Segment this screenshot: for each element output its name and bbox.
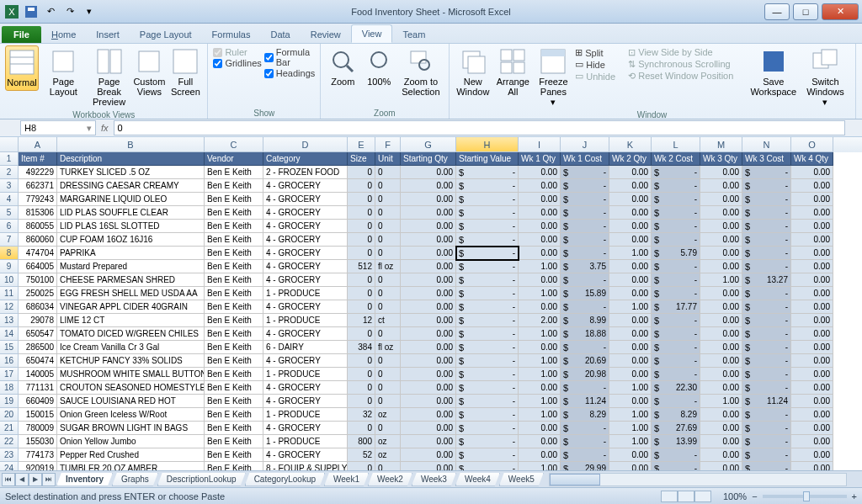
cell-E12[interactable]: 0 — [348, 300, 375, 314]
sheet-tab-week2[interactable]: Week2 — [368, 473, 412, 486]
cell-F20[interactable]: oz — [375, 408, 401, 422]
cell-L12[interactable]: $ 17.77 — [652, 300, 700, 314]
cell-A13[interactable]: 29078 — [19, 314, 57, 327]
page-break-view-icon[interactable] — [694, 491, 711, 502]
cell-K20[interactable]: 1.00 — [609, 408, 652, 422]
zoom-percent[interactable]: 100% — [723, 491, 747, 501]
cell-O17[interactable]: 0.00 — [791, 368, 833, 381]
minimize-button[interactable]: — — [764, 3, 790, 20]
cell-N12[interactable]: $ - — [742, 300, 791, 314]
cell-G11[interactable]: 0.00 — [401, 287, 456, 300]
cell-J3[interactable]: $ - — [561, 179, 609, 193]
tab-review[interactable]: Review — [301, 26, 351, 43]
cell-K5[interactable]: 0.00 — [609, 206, 652, 220]
cell-L6[interactable]: $ - — [652, 220, 700, 233]
row-header-1[interactable]: 1 — [0, 152, 19, 166]
cell-J17[interactable]: $ 20.98 — [561, 368, 609, 381]
cell-K2[interactable]: 0.00 — [609, 166, 652, 179]
cell-N16[interactable]: $ - — [742, 354, 791, 368]
row-header-6[interactable]: 6 — [0, 220, 19, 233]
cell-C23[interactable]: Ben E Keith — [205, 448, 263, 462]
tab-page-layout[interactable]: Page Layout — [130, 26, 202, 43]
cell-A8[interactable]: 474704 — [19, 247, 57, 260]
first-sheet-button[interactable]: ⏮ — [2, 473, 15, 486]
col-header-D[interactable]: D — [263, 137, 348, 152]
cell-L17[interactable]: $ - — [652, 368, 700, 381]
cell-M18[interactable]: 0.00 — [700, 381, 742, 395]
col-header-F[interactable]: F — [375, 137, 401, 152]
cell-F12[interactable]: 0 — [375, 300, 401, 314]
cell-L13[interactable]: $ - — [652, 314, 700, 327]
full-screen-button[interactable]: FullScreen — [168, 45, 202, 99]
cell-I17[interactable]: 1.00 — [519, 368, 561, 381]
col-header-J[interactable]: J — [561, 137, 609, 152]
cell-C21[interactable]: Ben E Keith — [205, 422, 263, 435]
cell-A20[interactable]: 150015 — [19, 408, 57, 422]
cell-H18[interactable]: $ - — [456, 381, 519, 395]
cell-B9[interactable]: Mustard Prepared — [57, 260, 205, 273]
cell-F15[interactable]: fl oz — [375, 341, 401, 354]
cell-G5[interactable]: 0.00 — [401, 206, 456, 220]
cell-A17[interactable]: 140005 — [19, 368, 57, 381]
cell-B15[interactable]: Ice Cream Vanilla Cr 3 Gal — [57, 341, 205, 354]
worksheet[interactable]: ABCDEFGHIJKLMNO 1Item #DescriptionVendor… — [0, 137, 862, 472]
cell-C9[interactable]: Ben E Keith — [205, 260, 263, 273]
cell-K15[interactable]: 0.00 — [609, 341, 652, 354]
cell-B5[interactable]: LID PLAS SOUFFLE CLEAR — [57, 206, 205, 220]
cell-F8[interactable]: 0 — [375, 247, 401, 260]
gridlines-checkbox[interactable]: Gridlines — [213, 58, 261, 68]
cell-N7[interactable]: $ - — [742, 233, 791, 247]
cell-E19[interactable]: 0 — [348, 395, 375, 408]
cell-D11[interactable]: 1 - PRODUCE — [263, 287, 348, 300]
cell-D3[interactable]: 4 - GROCERY — [263, 179, 348, 193]
cell-H19[interactable]: $ - — [456, 395, 519, 408]
cell-I20[interactable]: 1.00 — [519, 408, 561, 422]
horizontal-scrollbar[interactable] — [549, 473, 847, 486]
cell-G19[interactable]: 0.00 — [401, 395, 456, 408]
cell-M11[interactable]: 0.00 — [700, 287, 742, 300]
cell-H23[interactable]: $ - — [456, 448, 519, 462]
cell-N8[interactable]: $ - — [742, 247, 791, 260]
cell-D10[interactable]: 4 - GROCERY — [263, 273, 348, 287]
page-layout-view-icon[interactable] — [678, 491, 694, 502]
cell-C14[interactable]: Ben E Keith — [205, 327, 263, 341]
row-header-21[interactable]: 21 — [0, 422, 19, 435]
cell-K3[interactable]: 0.00 — [609, 179, 652, 193]
cell-E2[interactable]: 0 — [348, 166, 375, 179]
cell-D16[interactable]: 4 - GROCERY — [263, 354, 348, 368]
cell-C12[interactable]: Ben E Keith — [205, 300, 263, 314]
undo-icon[interactable]: ↶ — [42, 3, 59, 20]
cell-G7[interactable]: 0.00 — [401, 233, 456, 247]
row-header-14[interactable]: 14 — [0, 327, 19, 341]
sheet-tab-week3[interactable]: Week3 — [412, 473, 456, 486]
cell-B23[interactable]: Pepper Red Crushed — [57, 448, 205, 462]
cell-D9[interactable]: 4 - GROCERY — [263, 260, 348, 273]
cell-A16[interactable]: 650474 — [19, 354, 57, 368]
cell-O2[interactable]: 0.00 — [791, 166, 833, 179]
row-header-19[interactable]: 19 — [0, 395, 19, 408]
cell-L5[interactable]: $ - — [652, 206, 700, 220]
row-header-5[interactable]: 5 — [0, 206, 19, 220]
cell-I14[interactable]: 1.00 — [519, 327, 561, 341]
cell-C10[interactable]: Ben E Keith — [205, 273, 263, 287]
cell-I22[interactable]: 0.00 — [519, 435, 561, 448]
cell-A9[interactable]: 664005 — [19, 260, 57, 273]
row-header-15[interactable]: 15 — [0, 341, 19, 354]
sheet-tab-week5[interactable]: Week5 — [499, 473, 544, 486]
row-header-3[interactable]: 3 — [0, 179, 19, 193]
row-header-18[interactable]: 18 — [0, 381, 19, 395]
switch-windows-button[interactable]: SwitchWindows ▾ — [801, 45, 849, 109]
cell-B4[interactable]: MARGARINE LIQUID OLEO — [57, 193, 205, 206]
tab-home[interactable]: Home — [41, 26, 86, 43]
cell-B19[interactable]: SAUCE LOUISIANA RED HOT — [57, 395, 205, 408]
cell-A19[interactable]: 660409 — [19, 395, 57, 408]
col-header-N[interactable]: N — [742, 137, 791, 152]
cell-I13[interactable]: 2.00 — [519, 314, 561, 327]
cell-F16[interactable]: 0 — [375, 354, 401, 368]
cell-L23[interactable]: $ - — [652, 448, 700, 462]
cell-K4[interactable]: 0.00 — [609, 193, 652, 206]
sheet-tab-week1[interactable]: Week1 — [324, 473, 369, 486]
cell-A21[interactable]: 780009 — [19, 422, 57, 435]
cell-O19[interactable]: 0.00 — [791, 395, 833, 408]
cell-F14[interactable]: 0 — [375, 327, 401, 341]
